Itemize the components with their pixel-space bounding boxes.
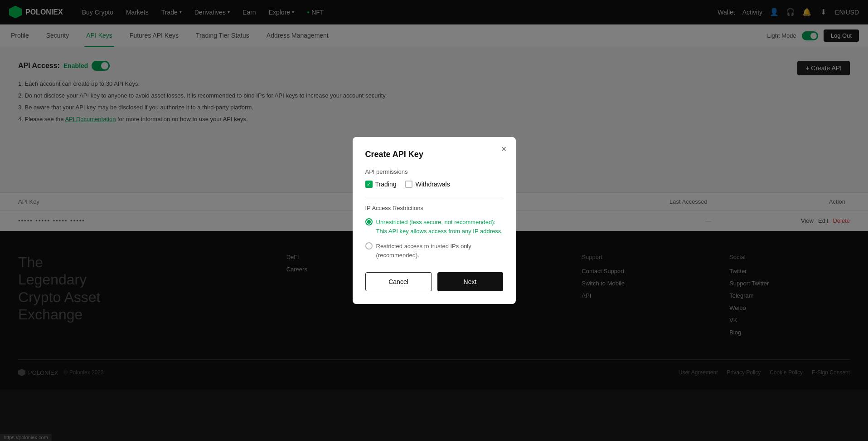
radio-inner-dot xyxy=(367,220,371,224)
cancel-button[interactable]: Cancel xyxy=(365,272,432,291)
trading-label: Trading xyxy=(375,181,397,188)
withdrawals-check-icon xyxy=(405,181,412,188)
trading-checkbox[interactable]: ✓ Trading xyxy=(365,181,397,188)
ip-restrictions-label: IP Access Restrictions xyxy=(365,205,503,211)
section-divider xyxy=(365,197,503,197)
modal-close-button[interactable]: × xyxy=(501,144,507,153)
modal-footer: Cancel Next xyxy=(365,272,503,291)
restricted-radio[interactable]: Restricted access to trusted IPs only (r… xyxy=(365,242,503,260)
create-api-modal: Create API Key × API permissions ✓ Tradi… xyxy=(353,137,516,304)
permissions-label: API permissions xyxy=(365,168,503,175)
modal-overlay: Create API Key × API permissions ✓ Tradi… xyxy=(0,0,868,390)
unrestricted-label: Unrestricted (less secure, not recommend… xyxy=(376,218,503,235)
trading-check-icon: ✓ xyxy=(365,181,373,188)
radio-selected-icon xyxy=(365,218,373,225)
withdrawals-label: Withdrawals xyxy=(415,181,450,188)
unrestricted-radio[interactable]: Unrestricted (less secure, not recommend… xyxy=(365,218,503,235)
withdrawals-checkbox[interactable]: Withdrawals xyxy=(405,181,450,188)
restricted-label: Restricted access to trusted IPs only (r… xyxy=(376,242,503,260)
radio-empty-icon xyxy=(365,242,373,250)
modal-title: Create API Key xyxy=(365,150,503,159)
permissions-row: ✓ Trading Withdrawals xyxy=(365,181,503,188)
next-button[interactable]: Next xyxy=(437,272,503,291)
